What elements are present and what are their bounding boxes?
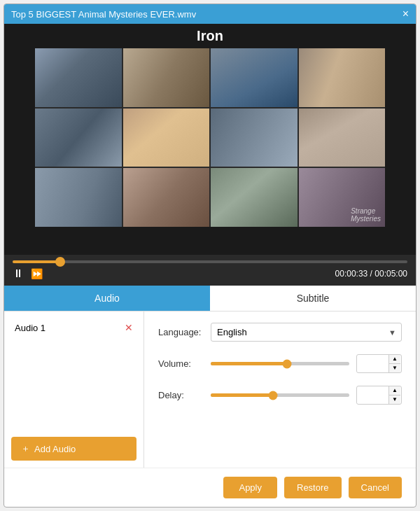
delay-up-button[interactable]: ▲ — [389, 386, 400, 396]
volume-slider[interactable] — [211, 362, 349, 365]
volume-input[interactable]: 100% — [357, 356, 388, 372]
playback-buttons: ⏸ ⏩ — [13, 267, 43, 280]
delay-label: Delay: — [158, 390, 211, 400]
fast-forward-button[interactable]: ⏩ — [31, 268, 43, 279]
audio-remove-button[interactable]: ✕ — [125, 322, 133, 333]
delay-input[interactable]: 0ms — [357, 388, 388, 403]
effect-title: Iron — [197, 28, 223, 44]
video-watermark: StrangeMysteries — [351, 207, 381, 223]
video-preview: StrangeMysteries — [35, 48, 385, 227]
time-display: 00:00:33 / 00:05:00 — [335, 269, 407, 279]
volume-down-button[interactable]: ▼ — [389, 364, 400, 372]
video-cell — [211, 168, 298, 227]
cancel-button[interactable]: Cancel — [349, 477, 402, 498]
delay-control: 0ms ▲ ▼ — [211, 386, 402, 405]
add-audio-button[interactable]: ＋ Add Audio — [11, 437, 136, 461]
video-cell — [299, 108, 386, 167]
restore-button[interactable]: Restore — [284, 477, 342, 498]
delay-down-button[interactable]: ▼ — [389, 396, 400, 404]
tabs: Audio Subtitle — [4, 286, 416, 312]
delay-row: Delay: 0ms ▲ ▼ — [158, 386, 402, 405]
close-button[interactable]: × — [402, 8, 409, 20]
video-cell — [35, 108, 122, 167]
delay-spinner: 0ms ▲ ▼ — [356, 386, 402, 405]
pause-button[interactable]: ⏸ — [13, 267, 24, 280]
volume-control: 100% ▲ ▼ — [211, 354, 402, 373]
video-cell — [299, 48, 386, 107]
controls-bar: ⏸ ⏩ 00:00:33 / 00:05:00 — [4, 255, 416, 286]
volume-row: Volume: 100% ▲ ▼ — [158, 354, 402, 373]
tab-audio[interactable]: Audio — [4, 286, 210, 311]
delay-slider[interactable] — [211, 393, 349, 397]
audio-item-name: Audio 1 — [15, 323, 46, 333]
progress-thumb — [55, 257, 65, 267]
apply-button[interactable]: Apply — [223, 477, 277, 498]
progress-fill — [13, 260, 60, 263]
language-dropdown-wrapper: English French Spanish German Chinese Ja… — [211, 323, 402, 342]
video-cell — [123, 108, 210, 167]
video-cell: StrangeMysteries — [299, 168, 386, 227]
plus-icon: ＋ — [21, 442, 30, 455]
footer: Apply Restore Cancel — [4, 468, 416, 507]
delay-arrows: ▲ ▼ — [388, 386, 400, 404]
buttons-row: ⏸ ⏩ 00:00:33 / 00:05:00 — [13, 267, 407, 280]
video-cell — [35, 48, 122, 107]
volume-arrows: ▲ ▼ — [388, 355, 400, 372]
progress-track[interactable] — [13, 260, 407, 263]
titlebar: Top 5 BIGGEST Animal Mysteries EVER.wmv … — [4, 4, 416, 24]
video-grid: StrangeMysteries — [35, 48, 385, 227]
video-cell — [211, 108, 298, 167]
video-area: Iron StrangeMysteries — [4, 24, 416, 255]
progress-row — [13, 260, 407, 263]
audio-list-panel: Audio 1 ✕ ＋ Add Audio — [4, 312, 144, 468]
delay-thumb — [269, 391, 278, 400]
video-cell — [211, 48, 298, 107]
main-window: Top 5 BIGGEST Animal Mysteries EVER.wmv … — [4, 4, 416, 507]
language-control: English French Spanish German Chinese Ja… — [211, 323, 402, 342]
audio-list-item: Audio 1 ✕ — [11, 318, 136, 337]
language-row: Language: English French Spanish German … — [158, 323, 402, 342]
settings-panel: Language: English French Spanish German … — [144, 312, 416, 468]
video-cell — [123, 48, 210, 107]
video-cell — [123, 168, 210, 227]
video-cell — [35, 168, 122, 227]
total-time: 00:05:00 — [374, 269, 407, 279]
window-title: Top 5 BIGGEST Animal Mysteries EVER.wmv — [11, 9, 196, 20]
volume-up-button[interactable]: ▲ — [389, 355, 400, 364]
language-dropdown[interactable]: English French Spanish German Chinese Ja… — [211, 323, 402, 342]
volume-thumb — [282, 359, 291, 368]
tab-subtitle[interactable]: Subtitle — [210, 286, 416, 311]
language-label: Language: — [158, 327, 211, 337]
volume-fill — [211, 362, 287, 365]
current-time: 00:00:33 — [335, 269, 368, 279]
delay-fill — [211, 393, 273, 397]
volume-label: Volume: — [158, 358, 211, 369]
content-area: Audio 1 ✕ ＋ Add Audio Language: English … — [4, 312, 416, 468]
volume-spinner: 100% ▲ ▼ — [356, 354, 402, 373]
